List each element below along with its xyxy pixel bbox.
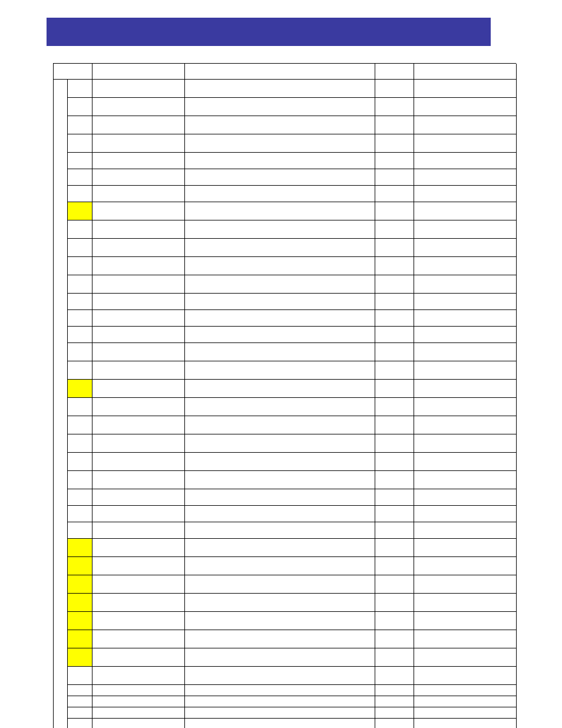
cell-gutter — [54, 718, 67, 728]
cell-index — [67, 220, 92, 238]
cell-gutter — [54, 275, 67, 293]
table-row — [54, 293, 516, 309]
cell-index — [67, 575, 92, 593]
cell-f — [414, 696, 516, 707]
cell-d — [184, 220, 375, 238]
table-row — [54, 309, 516, 326]
cell-gutter — [54, 342, 67, 361]
cell-e — [375, 556, 414, 575]
table-row — [54, 696, 516, 707]
cell-gutter — [54, 434, 67, 452]
page — [0, 0, 562, 728]
cell-gutter — [54, 202, 67, 220]
cell-d — [184, 309, 375, 326]
cell-d — [184, 470, 375, 489]
cell-d — [184, 238, 375, 256]
cell-index — [67, 416, 92, 434]
cell-f — [414, 97, 516, 116]
cell-gutter — [54, 293, 67, 309]
cell-e — [375, 293, 414, 309]
cell-f — [414, 185, 516, 202]
cell-d — [184, 275, 375, 293]
table-row — [54, 575, 516, 593]
cell-d — [184, 684, 375, 696]
cell-e — [375, 326, 414, 342]
cell-d — [184, 538, 375, 556]
cell-e — [375, 397, 414, 416]
cell-c — [92, 593, 184, 611]
cell-index — [67, 684, 92, 696]
table-row — [54, 79, 516, 97]
cell-d — [184, 397, 375, 416]
cell-f — [414, 684, 516, 696]
cell-gutter — [54, 416, 67, 434]
cell-d — [184, 505, 375, 522]
cell-e — [375, 169, 414, 185]
cell-d — [184, 556, 375, 575]
cell-d — [184, 202, 375, 220]
cell-c — [92, 575, 184, 593]
cell-f — [414, 361, 516, 379]
cell-e — [375, 309, 414, 326]
cell-gutter — [54, 185, 67, 202]
cell-f — [414, 575, 516, 593]
cell-f — [414, 116, 516, 134]
cell-index — [67, 630, 92, 648]
cell-index — [67, 97, 92, 116]
cell-e — [375, 470, 414, 489]
cell-e — [375, 379, 414, 397]
cell-d — [184, 593, 375, 611]
cell-e — [375, 152, 414, 169]
cell-e — [375, 666, 414, 684]
cell-gutter — [54, 556, 67, 575]
cell-c — [92, 379, 184, 397]
cell-e — [375, 342, 414, 361]
cell-e — [375, 522, 414, 538]
cell-c — [92, 220, 184, 238]
cell-f — [414, 309, 516, 326]
table-row — [54, 489, 516, 505]
cell-index — [67, 379, 92, 397]
cell-gutter — [54, 134, 67, 152]
cell-d — [184, 342, 375, 361]
cell-f — [414, 707, 516, 718]
cell-f — [414, 452, 516, 470]
cell-index — [67, 309, 92, 326]
cell-e — [375, 593, 414, 611]
cell-e — [375, 275, 414, 293]
cell-gutter — [54, 238, 67, 256]
cell-c — [92, 416, 184, 434]
cell-e — [375, 630, 414, 648]
cell-gutter — [54, 397, 67, 416]
cell-d — [184, 575, 375, 593]
cell-gutter — [54, 452, 67, 470]
cell-gutter — [54, 538, 67, 556]
cell-gutter — [54, 684, 67, 696]
cell-d — [184, 630, 375, 648]
table-row — [54, 361, 516, 379]
cell-c — [92, 256, 184, 275]
cell-f — [414, 275, 516, 293]
cell-c — [92, 522, 184, 538]
table-row — [54, 648, 516, 666]
cell-d — [184, 79, 375, 97]
cell-e — [375, 575, 414, 593]
cell-index — [67, 152, 92, 169]
cell-f — [414, 470, 516, 489]
cell-gutter — [54, 79, 67, 97]
cell-gutter — [54, 707, 67, 718]
cell-f — [414, 293, 516, 309]
cell-d — [184, 718, 375, 728]
cell-gutter — [54, 666, 67, 684]
cell-index — [67, 293, 92, 309]
cell-c — [92, 238, 184, 256]
cell-index — [67, 648, 92, 666]
cell-c — [92, 696, 184, 707]
cell-index — [67, 696, 92, 707]
cell-f — [414, 489, 516, 505]
cell-index — [67, 361, 92, 379]
cell-gutter — [54, 152, 67, 169]
cell-index — [67, 397, 92, 416]
cell-f — [414, 256, 516, 275]
table-row — [54, 434, 516, 452]
